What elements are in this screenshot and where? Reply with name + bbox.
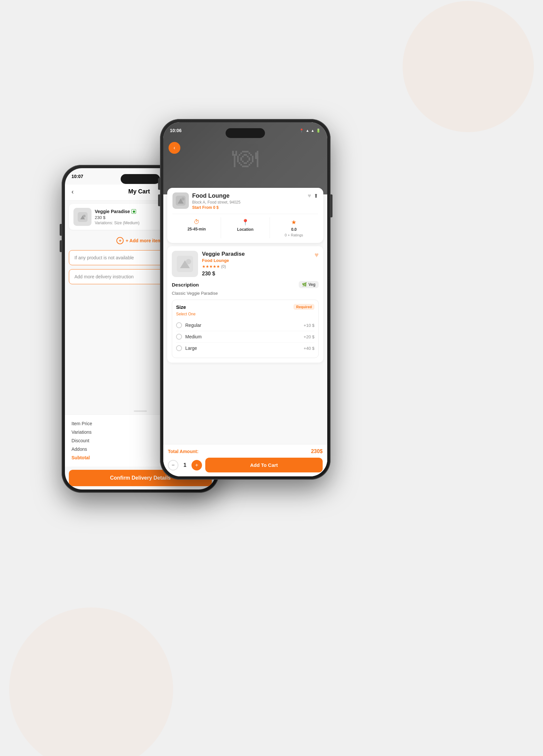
phone-2-volume-down[interactable] xyxy=(158,194,160,206)
phone-1-left-buttons xyxy=(60,224,62,252)
size-header: Size Required xyxy=(176,304,314,310)
product-top: Veggie Paradise Food Lounge ★★★★★ (0) 23… xyxy=(172,251,319,277)
share-icon[interactable]: ⬆ xyxy=(314,193,318,199)
size-price-large: +40 $ xyxy=(304,346,314,351)
veg-badge xyxy=(131,209,136,214)
phone-2-right-buttons xyxy=(331,194,332,217)
product-price: 230 $ xyxy=(202,271,311,277)
svg-point-3 xyxy=(181,197,185,201)
svg-point-1 xyxy=(83,215,86,217)
unavailable-instruction-placeholder: If any product is not available xyxy=(74,255,134,260)
location-stat-label: Location xyxy=(237,227,253,232)
time-stat-value: 25-45-min xyxy=(188,227,206,231)
size-price-regular: +10 $ xyxy=(304,323,314,328)
radio-regular[interactable] xyxy=(176,322,182,328)
phone-2-status-bar: 10:06 📍 ▲ ▲ 🔋 xyxy=(163,122,327,139)
size-section: Size Required Select One Regular +10 xyxy=(172,300,319,358)
product-details: Veggie Paradise Food Lounge ★★★★★ (0) 23… xyxy=(202,251,311,277)
food-lounge-screen: 10:06 📍 ▲ ▲ 🔋 🍽 ‹ xyxy=(163,122,327,476)
phone-2-battery-icon: 🔋 xyxy=(316,129,321,133)
product-favorite-icon[interactable]: ♥ xyxy=(314,251,319,277)
back-circle-button[interactable]: ‹ xyxy=(169,142,180,154)
veg-label: Veg xyxy=(309,282,315,287)
location-stat[interactable]: 📍 Location xyxy=(221,217,270,238)
item-price-label: Item Price xyxy=(71,421,92,426)
product-name: Veggie Paradise xyxy=(202,251,311,257)
add-more-items-label: + Add more items xyxy=(126,238,164,243)
back-button[interactable]: ‹ xyxy=(71,188,74,195)
veg-tag: 🌿 Veg xyxy=(299,281,319,288)
size-option-regular-left: Regular xyxy=(176,322,201,328)
rating-value: 0.0 xyxy=(291,227,297,232)
select-one-label: Select One xyxy=(176,312,314,316)
delivery-instruction-placeholder: Add more delivery instruction xyxy=(74,274,134,279)
product-card: Veggie Paradise Food Lounge ★★★★★ (0) 23… xyxy=(167,246,323,363)
phone-2-shell: 10:06 📍 ▲ ▲ 🔋 🍽 ‹ xyxy=(160,119,331,480)
size-option-large[interactable]: Large +40 $ xyxy=(176,343,314,354)
product-section[interactable]: Veggie Paradise Food Lounge ★★★★★ (0) 23… xyxy=(163,243,327,444)
restaurant-info: Food Lounge Block A, Food street, 94025 … xyxy=(192,192,304,210)
volume-down-button[interactable] xyxy=(60,240,62,252)
required-badge: Required xyxy=(293,304,314,310)
restaurant-name: Food Lounge xyxy=(192,192,304,199)
phone-1-time: 10:07 xyxy=(71,174,83,179)
phone-2-power[interactable] xyxy=(331,194,332,217)
product-restaurant: Food Lounge xyxy=(202,258,311,263)
phone-2-signal-icon: ▲ xyxy=(306,129,309,132)
radio-large[interactable] xyxy=(176,345,182,351)
quantity-increase-button[interactable]: + xyxy=(191,460,202,470)
description-header-row: Description 🌿 Veg xyxy=(172,281,319,288)
restaurant-stats: ⏱ 25-45-min 📍 Location ★ 0.0 0 + Ratings xyxy=(172,214,318,238)
cart-item-image xyxy=(73,208,91,226)
product-footer: Total Amount: 230$ − 1 + Add To Cart xyxy=(163,444,327,476)
phone-2-left-buttons xyxy=(158,178,160,206)
clock-icon: ⏱ xyxy=(194,219,200,226)
favorite-icon[interactable]: ♥ xyxy=(308,192,311,199)
restaurant-start-from: Start From 0 $ xyxy=(192,205,304,210)
cart-item-name: Veggie Paradise xyxy=(95,209,130,214)
bg-circle-1 xyxy=(403,1,534,132)
total-label: Total Amount: xyxy=(168,449,198,454)
variations-label: Variations xyxy=(71,429,91,435)
product-image xyxy=(172,251,198,277)
scene: 10:07 📍 ▲ ▲ 🔋 ‹ My Cart xyxy=(42,34,501,722)
svg-point-5 xyxy=(186,259,191,264)
description-title: Description xyxy=(172,282,199,288)
size-option-medium[interactable]: Medium +20 $ xyxy=(176,331,314,343)
radio-medium[interactable] xyxy=(176,334,182,340)
phone-1-notch xyxy=(121,174,160,184)
size-price-medium: +20 $ xyxy=(304,334,314,339)
rating-stat: ★ 0.0 0 + Ratings xyxy=(270,217,318,238)
quantity-decrease-button[interactable]: − xyxy=(168,460,178,470)
star-icon: ★ xyxy=(291,219,296,226)
phone-2-volume-up[interactable] xyxy=(158,178,160,190)
subtotal-label: Subtotal xyxy=(71,455,90,460)
phone-2-time: 10:06 xyxy=(170,128,182,133)
size-name-regular: Regular xyxy=(185,323,201,328)
veg-dot xyxy=(133,210,135,213)
size-title: Size xyxy=(176,304,186,310)
product-description-text: Classic Veggie Paradise xyxy=(172,291,319,296)
restaurant-info-card: Food Lounge Block A, Food street, 94025 … xyxy=(167,188,323,243)
quantity-and-cart-row: − 1 + Add To Cart xyxy=(168,458,323,472)
add-circle-icon: + xyxy=(116,237,124,244)
restaurant-top-row: Food Lounge Block A, Food street, 94025 … xyxy=(172,192,318,210)
volume-up-button[interactable] xyxy=(60,224,62,236)
location-stat-icon: 📍 xyxy=(242,219,249,226)
restaurant-address: Block A, Food street, 94025 xyxy=(192,200,304,205)
quantity-display: 1 xyxy=(182,462,188,468)
restaurant-logo xyxy=(172,192,189,209)
size-name-large: Large xyxy=(185,346,197,351)
total-amount-row: Total Amount: 230$ xyxy=(168,448,323,454)
ratings-count: 0 + Ratings xyxy=(285,233,303,237)
phone-2-status-icons: 📍 ▲ ▲ 🔋 xyxy=(299,129,321,133)
phone-2-wifi-icon: ▲ xyxy=(311,129,314,132)
phone-2-location-icon: 📍 xyxy=(299,129,304,133)
product-stars: ★★★★★ (0) xyxy=(202,264,311,269)
add-to-cart-button[interactable]: Add To Cart xyxy=(205,458,323,472)
size-option-medium-left: Medium xyxy=(176,334,202,340)
size-name-medium: Medium xyxy=(185,334,202,339)
size-option-regular[interactable]: Regular +10 $ xyxy=(176,320,314,331)
cart-item-name-row: Veggie Paradise xyxy=(95,209,136,214)
total-value: 230$ xyxy=(311,448,323,454)
